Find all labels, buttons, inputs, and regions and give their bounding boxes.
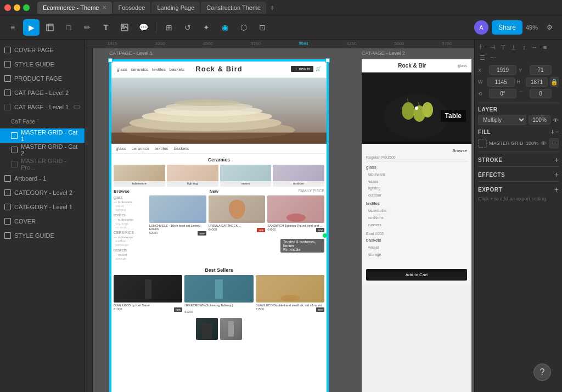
sidebar-label: CAT PAGE - Level 2: [14, 89, 69, 96]
sidebar-item-cover-page[interactable]: COVER PAGE: [0, 43, 85, 57]
ruler-mark: 3500: [203, 41, 213, 46]
add-tab-button[interactable]: +: [267, 3, 277, 13]
ruler-mark: 5750: [442, 41, 452, 46]
distribute-h-icon[interactable]: ≡: [541, 43, 549, 52]
rotate-button[interactable]: ↺: [179, 19, 196, 36]
stroke-add-icon[interactable]: +: [554, 155, 559, 164]
fill-row: MASTER GRID 100% 👁 ⋯: [478, 138, 559, 148]
baskets-label: baskets: [366, 238, 467, 243]
w-input[interactable]: [487, 77, 515, 87]
align-center-h-icon[interactable]: ⊣: [488, 43, 497, 52]
handle-tl[interactable]: [108, 58, 113, 63]
product-name: DUALILECO Double-hand small stk, old stk…: [256, 304, 324, 307]
corner-input[interactable]: [530, 89, 552, 98]
textiles-label: textiles: [366, 201, 467, 206]
xy-row: X Y: [478, 65, 559, 75]
rotation-input[interactable]: [489, 89, 516, 98]
zoom-options-button[interactable]: ⚙: [541, 19, 558, 36]
fill-visibility-icon[interactable]: 👁: [541, 140, 547, 147]
effects-add-icon[interactable]: +: [554, 170, 559, 179]
wh-row: W H 🔒: [478, 77, 559, 87]
sidebar-item-category-level2[interactable]: CATEGORY - Level 2: [0, 186, 85, 200]
y-input[interactable]: [530, 65, 552, 75]
boolean-button[interactable]: ◉: [217, 19, 233, 36]
family-link[interactable]: FAMILY PIECE: [299, 189, 324, 194]
visibility-toggle[interactable]: 👁: [553, 117, 559, 124]
align-bottom-icon[interactable]: ↔: [530, 43, 539, 52]
pen-tool-button[interactable]: ✏: [79, 19, 95, 36]
crop-button[interactable]: ⊡: [254, 19, 271, 36]
sidebar-item-cover[interactable]: COVER: [0, 214, 85, 228]
image-tool-button[interactable]: [116, 19, 133, 36]
frame-tool-button[interactable]: [42, 19, 58, 36]
sidebar-item-artboard1[interactable]: Artboard - 1: [0, 171, 85, 186]
page-content-1: glass ceramics textiles baskets Rock & B…: [110, 60, 328, 392]
more-icon[interactable]: ⋯: [488, 53, 497, 62]
frame-resize-button[interactable]: ⊞: [161, 19, 177, 36]
handle-tr[interactable]: [325, 58, 330, 63]
avatar[interactable]: A: [474, 20, 488, 35]
opacity-input[interactable]: [529, 115, 550, 125]
product-price: €1200: [184, 310, 193, 313]
sidebar-item-style-guide[interactable]: STYLE GUIDE: [0, 57, 85, 71]
fill-color-swatch[interactable]: [478, 139, 487, 148]
align-top-icon[interactable]: ⊥: [509, 43, 518, 52]
layer-icon: [4, 189, 11, 196]
sidebar-item-style-guide2[interactable]: STYLE GUIDE: [0, 228, 85, 243]
distribute-v-icon[interactable]: ☰: [478, 53, 487, 62]
cat-label: vases: [241, 182, 250, 185]
tab-close-icon[interactable]: ✕: [102, 4, 106, 10]
align-left-icon[interactable]: ⊢: [478, 43, 487, 52]
sidebar-item-master-grid-cat1[interactable]: MASTER GRID - Cat 1: [0, 128, 85, 143]
tab-ecommerce[interactable]: Ecommerce - Theme ✕: [37, 2, 112, 14]
fill-add-icon[interactable]: +: [550, 127, 555, 136]
fill-remove-icon[interactable]: −: [555, 128, 559, 136]
star-button[interactable]: ✦: [198, 19, 215, 36]
cat-vases: vases: [220, 165, 272, 187]
help-button[interactable]: ?: [533, 363, 551, 381]
toolbar-right: A Share 49% ⚙: [474, 19, 558, 36]
minimize-button[interactable]: [14, 4, 20, 11]
site-logo: Rock & Bird: [185, 65, 253, 73]
sidebar-label: CATEGORY - Level 1: [14, 204, 72, 210]
sidebar-item-cat-level2[interactable]: CAT PAGE - Level 2: [0, 86, 85, 100]
lock-ratio-icon[interactable]: 🔒: [550, 77, 559, 87]
close-button[interactable]: [4, 4, 11, 11]
align-right-icon[interactable]: ⊤: [499, 43, 508, 52]
x-input[interactable]: [489, 65, 516, 75]
svg-rect-0: [47, 24, 53, 31]
menu-button[interactable]: ≡: [4, 19, 21, 36]
align-center-v-icon[interactable]: ↕: [520, 43, 529, 52]
tab-construction[interactable]: Construction Theme: [201, 2, 266, 14]
canvas-area[interactable]: 1915 3200 3500 3760 3984 4250 5000 5750 …: [85, 40, 474, 392]
select-tool-button[interactable]: ▶: [23, 19, 40, 36]
artboard-2[interactable]: Rock & Bir glass: [362, 59, 471, 392]
ruler-horizontal: 1915 3200 3500 3760 3984 4250 5000 5750: [85, 40, 474, 48]
blend-mode-select[interactable]: Multiply Normal Screen Overlay: [478, 115, 526, 125]
sidebar-item-cat-level1[interactable]: CAT PAGE - Level 1: [0, 100, 85, 114]
comment-tool-button[interactable]: 💬: [135, 19, 151, 36]
h-input[interactable]: [526, 77, 548, 87]
sidebar-item-cat-face[interactable]: CaT Face ": [0, 114, 85, 128]
text-tool-button[interactable]: T: [98, 19, 114, 36]
export-add-icon[interactable]: +: [554, 185, 559, 194]
share-button[interactable]: Share: [492, 20, 522, 35]
black-button[interactable]: Add to Cart: [366, 269, 467, 281]
zoom-label: 49%: [526, 24, 538, 31]
mask-button[interactable]: ⬡: [235, 19, 252, 36]
visibility-icon[interactable]: [74, 105, 80, 109]
product-card-2: URSULA EARTHECK ... €4000 sale: [209, 195, 266, 236]
fill-options-icon[interactable]: ⋯: [549, 138, 559, 148]
sidebar-item-master-grid-pro[interactable]: MASTER GRID - Pro...: [0, 157, 85, 171]
shape-tool-button[interactable]: □: [60, 19, 77, 36]
artboard-1[interactable]: glass ceramics textiles baskets Rock & B…: [109, 59, 329, 392]
sidebar-item-category-level1[interactable]: CATEGORY - Level 1: [0, 200, 85, 214]
ruler-vertical: [85, 48, 93, 392]
sidebar-item-product-page[interactable]: PRODUCT PAGE: [0, 71, 85, 86]
hero-image: [110, 78, 328, 144]
maximize-button[interactable]: [23, 4, 30, 11]
tab-landing[interactable]: Landing Page: [151, 2, 200, 14]
tab-label: Construction Theme: [206, 4, 261, 11]
tab-foosodee[interactable]: Foosodee: [113, 2, 151, 14]
sidebar-item-master-grid-cat2[interactable]: MASTER GRID - Cat 2: [0, 143, 85, 157]
